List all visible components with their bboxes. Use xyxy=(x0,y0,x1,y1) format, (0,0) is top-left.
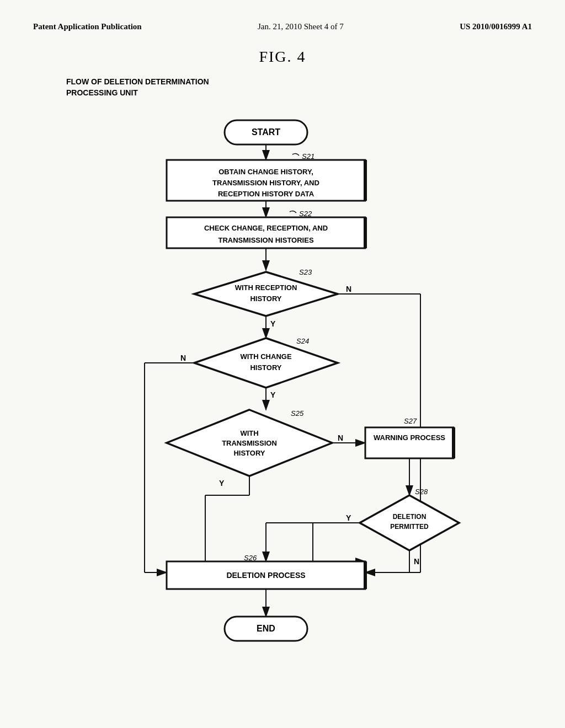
header-publication: Patent Application Publication xyxy=(33,22,142,31)
s23-n-label: N xyxy=(346,285,351,293)
s28-text2: PERMITTED xyxy=(390,523,429,531)
s24-text1: WITH CHANGE xyxy=(240,352,291,361)
start-label: START xyxy=(252,127,280,137)
s21-text2: TRANSMISSION HISTORY, AND xyxy=(212,179,319,187)
svg-marker-9 xyxy=(194,272,338,316)
svg-rect-4 xyxy=(364,160,367,201)
s22-text1: CHECK CHANGE, RECEPTION, AND xyxy=(204,224,328,232)
s24-text2: HISTORY xyxy=(250,363,281,372)
header-patent-number: US 2010/0016999 A1 xyxy=(460,22,532,31)
s24-y-label: Y xyxy=(270,390,276,399)
s23-text2: HISTORY xyxy=(250,295,281,303)
page: Patent Application Publication Jan. 21, … xyxy=(0,0,565,728)
s25-text1: WITH xyxy=(240,429,258,437)
s28-text1: DELETION xyxy=(393,513,427,521)
flowchart: START S21 OBTAIN CHANGE HISTORY, TRANSMI… xyxy=(95,109,470,688)
s24-n-label: N xyxy=(180,354,186,362)
s25-n-label: N xyxy=(338,433,343,442)
s21-text3: RECEPTION HISTORY DATA xyxy=(218,190,315,198)
s25-label: S25 xyxy=(291,409,304,417)
s25-text2: TRANSMISSION xyxy=(222,439,277,447)
page-header: Patent Application Publication Jan. 21, … xyxy=(33,22,532,31)
figure-title: FIG. 4 xyxy=(33,48,532,66)
s26-text: DELETION PROCESS xyxy=(226,571,305,580)
s23-text1: WITH RECEPTION xyxy=(235,283,297,292)
s23-label: S23 xyxy=(299,268,312,276)
s23-y-label: Y xyxy=(270,319,276,328)
header-date-sheet: Jan. 21, 2010 Sheet 4 of 7 xyxy=(258,22,344,31)
s24-label: S24 xyxy=(296,337,309,345)
s25-y-label: Y xyxy=(219,479,225,488)
s27-label: S27 xyxy=(404,417,417,425)
s28-y-label: Y xyxy=(346,513,351,522)
svg-marker-14 xyxy=(194,338,338,388)
s25-text3: HISTORY xyxy=(233,449,265,457)
svg-rect-7 xyxy=(364,217,367,248)
svg-rect-22 xyxy=(452,427,455,458)
svg-rect-36 xyxy=(364,561,367,589)
flow-label: FLOW OF DELETION DETERMINATION PROCESSIN… xyxy=(66,77,532,98)
svg-rect-21 xyxy=(365,427,454,458)
end-label: END xyxy=(257,624,275,633)
s27-text1: WARNING PROCESS xyxy=(374,433,445,442)
s22-text2: TRANSMISSION HISTORIES xyxy=(218,236,313,244)
s21-text1: OBTAIN CHANGE HISTORY, xyxy=(218,168,313,176)
s28-label: S28 xyxy=(415,488,428,496)
s28-n-label: N xyxy=(414,557,419,566)
flowchart-svg: START S21 OBTAIN CHANGE HISTORY, TRANSMI… xyxy=(95,109,470,688)
